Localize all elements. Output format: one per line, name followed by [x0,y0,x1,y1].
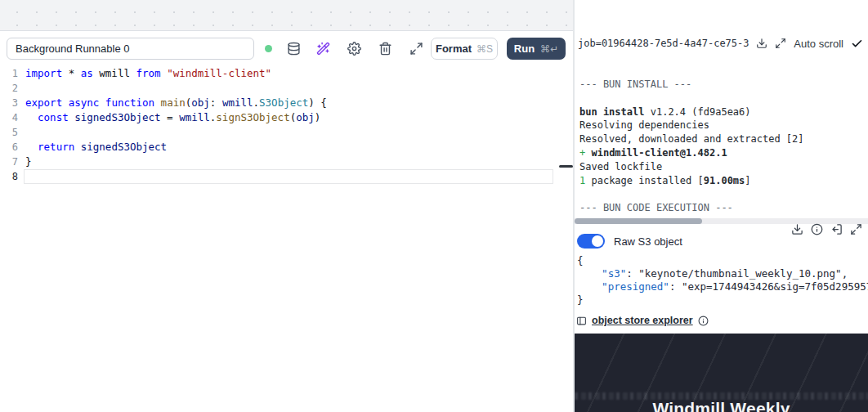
text-line: 5 [0,125,18,140]
gear-icon[interactable] [346,40,362,56]
auto-scroll-label: Auto scroll [794,38,843,50]
raw-s3-toggle-row: Raw S3 object [577,234,682,249]
text-line [25,125,327,140]
expand-logs-icon[interactable] [775,38,786,49]
toggle-knob [592,235,603,247]
text-line: } [25,154,327,169]
text-line: { [577,254,868,267]
text-line: --- BUN CODE EXECUTION --- [579,201,868,215]
text-line: } [577,293,868,307]
result-json: { "s3": "keynote/thumbnail_weekly_10.png… [577,254,868,307]
text-line: export async function main(obj: wmill.S3… [25,96,327,110]
explorer-info-icon[interactable] [698,316,709,326]
text-line: "s3": "keynote/thumbnail_weekly_10.png", [577,267,868,280]
trash-icon[interactable] [377,40,393,56]
run-button-label: Run [514,43,535,55]
code-editor[interactable]: import * as wmill from "windmill-client"… [25,66,327,184]
database-icon[interactable] [285,40,302,56]
ai-wand-icon[interactable] [315,40,331,56]
download-result-icon[interactable] [791,223,803,235]
text-line [25,169,327,184]
preview-title: Windmill Weekly [575,399,868,412]
script-editor-panel: Format ⌘S Run ⌘↵ 12345678 import * as wm… [0,30,573,412]
text-line: 1 [0,66,18,81]
result-info-icon[interactable] [811,223,823,235]
object-store-explorer-row: object store explorer [576,315,709,326]
text-line: + windmill-client@1.482.1 [579,146,868,160]
text-line: return signedS3Object [25,140,327,154]
job-id: job=01964428-7e5d-4a47-ce75-3fae4 [578,38,749,49]
text-line: 1 package installed [91.00ms] [579,174,868,188]
open-drawer-icon[interactable] [830,223,843,235]
text-line: 2 [0,81,18,96]
scrollbar-thumb[interactable] [575,218,702,224]
job-header-row: job=01964428-7e5d-4a47-ce75-3fae4 Auto s… [578,36,863,51]
raw-s3-toggle[interactable] [577,234,605,249]
download-logs-icon[interactable] [756,38,767,49]
result-toolbar [791,223,862,235]
runnable-name-input[interactable] [7,38,254,60]
expand-editor-icon[interactable] [408,40,424,56]
panel-resize-handle[interactable] [559,165,573,168]
text-line [579,187,868,201]
expand-result-icon[interactable] [850,223,862,235]
text-line: import * as wmill from "windmill-client" [25,66,327,81]
text-line: 8 [0,169,18,184]
text-line: 4 [0,110,18,125]
status-dot [265,45,272,52]
s3-image-preview: Windmill Weekly [575,334,868,412]
text-line: 6 [0,140,18,154]
panel-left-icon [576,316,587,326]
text-line: Resolved, downloaded and extracted [2] [579,132,868,146]
text-line: --- BUN INSTALL --- [579,78,868,92]
format-shortcut: ⌘S [477,43,493,55]
run-shortcut: ⌘↵ [540,43,558,55]
text-line: const signedS3Object = wmill.signS3Objec… [25,110,327,125]
job-result-panel: job=01964428-7e5d-4a47-ce75-3fae4 Auto s… [575,0,868,412]
text-line: 3 [0,96,18,110]
editor-line-numbers: 12345678 [0,66,18,184]
job-log-output: --- BUN INSTALL --- bun install v1.2.4 (… [579,78,868,215]
text-line: Saved lockfile [579,160,868,174]
object-store-explorer-link[interactable]: object store explorer [592,315,693,326]
text-line: Resolving dependencies [579,119,868,132]
format-button-label: Format [436,43,472,55]
text-line: "presigned": "exp=1744943426&sig=7f05d29… [577,280,868,293]
format-button[interactable]: Format ⌘S [431,38,498,60]
text-line [25,81,327,96]
text-line: bun install v1.2.4 (fd9a5ea6) [579,105,868,119]
run-button[interactable]: Run ⌘↵ [507,38,566,60]
raw-s3-toggle-label: Raw S3 object [614,235,682,248]
text-line: 7 [0,154,18,169]
auto-scroll-checkbox[interactable] [851,38,863,50]
text-line [579,92,868,105]
